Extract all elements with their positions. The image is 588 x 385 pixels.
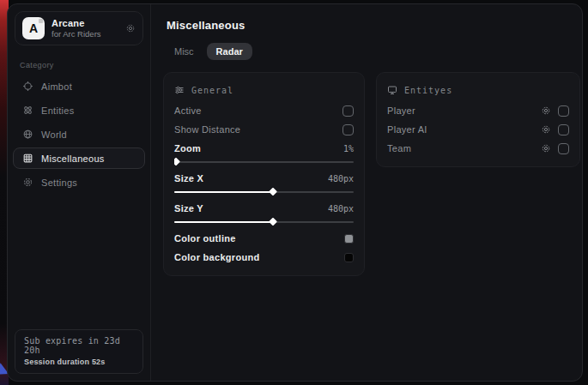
atom-icon	[22, 105, 33, 116]
sidebar-item-settings[interactable]: Settings	[13, 171, 145, 193]
sliders-icon	[174, 85, 185, 95]
active-label: Active	[174, 105, 202, 116]
team-config-gear-icon[interactable]	[541, 143, 551, 153]
tab-misc[interactable]: Misc	[165, 43, 203, 60]
panel-entities-header: Entityes	[387, 80, 569, 101]
account-settings-icon[interactable]	[125, 23, 136, 33]
entity-row-player: Player	[387, 101, 569, 120]
setting-row-active: Active	[174, 101, 354, 120]
player-ai-checkbox[interactable]	[558, 124, 569, 135]
size-x-label: Size X	[174, 173, 203, 183]
zoom-label: Zoom	[174, 143, 201, 153]
session-duration-text: Session duration 52s	[24, 358, 134, 366]
setting-row-size-x: Size X 480px	[174, 169, 354, 188]
page-title: Miscellaneous	[167, 19, 580, 32]
active-checkbox[interactable]	[342, 105, 354, 117]
player-label: Player	[387, 105, 415, 116]
player-ai-config-gear-icon[interactable]	[541, 124, 551, 135]
sidebar-item-miscellaneous[interactable]: Miscellaneous	[13, 147, 145, 169]
slider-thumb[interactable]	[174, 158, 180, 165]
setting-row-size-y: Size Y 480px	[174, 199, 354, 218]
entity-controls	[541, 105, 569, 117]
sidebar-item-label: Entities	[41, 105, 74, 116]
account-text: Arcane for Arc Riders	[52, 18, 101, 39]
app-window: A Arcane for Arc Riders Category	[7, 3, 583, 382]
app-subtitle: for Arc Riders	[52, 29, 101, 39]
sidebar-item-label: Settings	[41, 177, 77, 188]
category-label: Category	[20, 61, 150, 69]
panel-entities-title: Entityes	[404, 86, 452, 95]
grid-icon	[22, 153, 33, 164]
setting-row-color-outline: Color outline	[174, 229, 354, 248]
crosshair-icon	[22, 81, 33, 92]
setting-row-color-background: Color background	[174, 248, 354, 267]
slider-fill	[174, 191, 273, 193]
slider-track	[174, 161, 354, 163]
entity-controls	[541, 143, 569, 154]
sidebar-item-entities[interactable]: Entities	[13, 99, 145, 121]
show-distance-checkbox[interactable]	[342, 124, 354, 135]
entity-controls	[541, 124, 569, 135]
sidebar-item-label: World	[41, 129, 67, 140]
tab-radar[interactable]: Radar	[207, 43, 252, 60]
color-background-swatch[interactable]	[344, 253, 354, 262]
sidebar-item-aimbot[interactable]: Aimbot	[13, 75, 145, 97]
entity-row-player-ai: Player AI	[387, 120, 569, 139]
panel-general-header: General	[174, 80, 354, 101]
subscription-expires-text: Sub expires in 23d 20h	[24, 336, 134, 355]
player-checkbox[interactable]	[558, 105, 569, 117]
setting-row-show-distance: Show Distance	[174, 120, 354, 139]
sidebar-item-label: Aimbot	[41, 81, 72, 92]
screenshot-stage: A Arcane for Arc Riders Category	[0, 0, 588, 385]
account-card: A Arcane for Arc Riders	[15, 11, 143, 45]
color-background-label: Color background	[174, 252, 260, 262]
sidebar-item-label: Miscellaneous	[41, 153, 105, 164]
slider-fill	[174, 221, 273, 223]
color-outline-label: Color outline	[174, 233, 236, 244]
tab-bar: Misc Radar	[165, 43, 580, 60]
app-logo-letter: A	[29, 21, 38, 35]
player-config-gear-icon[interactable]	[541, 105, 551, 116]
size-x-slider[interactable]	[174, 188, 354, 196]
slider-thumb[interactable]	[269, 188, 277, 196]
panel-entities: Entityes Player	[376, 72, 580, 167]
size-y-value: 480px	[328, 204, 354, 214]
show-distance-label: Show Distance	[174, 124, 240, 135]
entity-row-team: Team	[387, 139, 569, 158]
size-y-label: Size Y	[174, 203, 203, 214]
sidebar-item-world[interactable]: World	[13, 123, 145, 145]
globe-icon	[22, 129, 33, 140]
panel-general-title: General	[191, 86, 233, 95]
sidebar-nav: Aimbot Entities	[8, 73, 150, 193]
panel-general: General Active Show Distance Zoom 1%	[163, 72, 365, 276]
app-logo: A	[22, 17, 45, 39]
setting-row-zoom: Zoom 1%	[174, 139, 354, 158]
sidebar: A Arcane for Arc Riders Category	[8, 4, 151, 381]
color-outline-swatch[interactable]	[344, 234, 354, 244]
player-ai-label: Player AI	[387, 124, 427, 135]
team-checkbox[interactable]	[558, 143, 569, 154]
zoom-slider[interactable]	[174, 158, 354, 165]
sidebar-spacer	[8, 193, 150, 322]
content-area: General Active Show Distance Zoom 1%	[163, 72, 580, 276]
size-x-value: 480px	[328, 174, 354, 183]
size-y-slider[interactable]	[174, 218, 354, 226]
monitor-icon	[387, 85, 397, 95]
subscription-card: Sub expires in 23d 20h Session duration …	[15, 329, 143, 374]
team-label: Team	[387, 143, 411, 153]
slider-thumb[interactable]	[269, 218, 277, 226]
gear-icon	[22, 177, 33, 188]
app-name: Arcane	[52, 18, 101, 28]
zoom-value: 1%	[343, 144, 354, 153]
main-content: Miscellaneous Misc Radar Gene	[151, 4, 583, 381]
